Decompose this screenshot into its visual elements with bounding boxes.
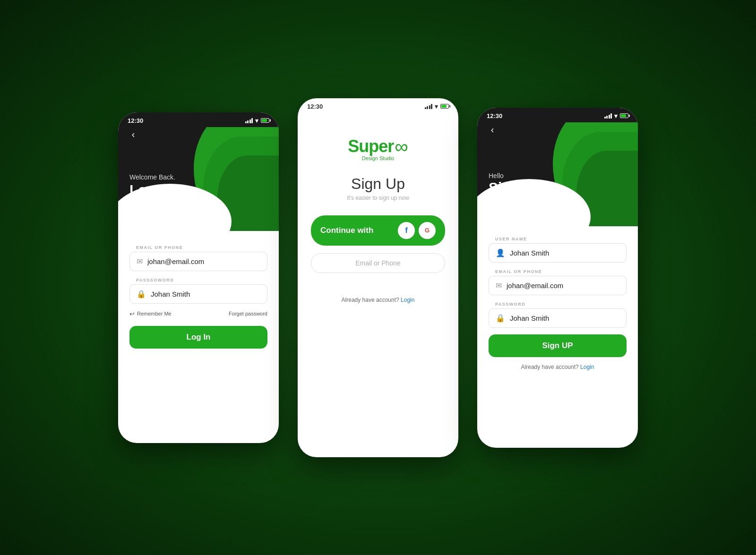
battery-icon-center: [440, 104, 449, 109]
login-link-center[interactable]: Login: [401, 297, 414, 303]
right-header-text: Hello Sign Up!: [489, 172, 547, 196]
login-button[interactable]: Log In: [129, 326, 267, 349]
facebook-icon[interactable]: f: [398, 222, 415, 239]
status-bar-right: 12:30 ▾: [477, 108, 638, 122]
already-text-right: Already have account?: [521, 364, 579, 370]
username-label-right: USER NAME: [489, 237, 627, 241]
time-left: 12:30: [128, 117, 143, 124]
email-label-left: EMAIL OR PHONE: [129, 245, 267, 250]
continue-label: Continue with: [320, 226, 373, 235]
left-subtitle: Welcome Back.: [129, 173, 177, 181]
login-link-right[interactable]: Login: [580, 364, 594, 370]
google-icon[interactable]: G: [419, 222, 436, 239]
signal-icon-left: [245, 118, 253, 123]
right-header: ‹ Hello Sign Up!: [477, 122, 638, 226]
password-group-right: PASSWORD 🔒 Johan Smith: [489, 302, 627, 328]
forget-password-left[interactable]: Forget password: [229, 311, 267, 316]
envelope-icon-right: ✉: [496, 281, 502, 290]
signup-button-right[interactable]: Sign UP: [489, 334, 627, 357]
signal-icon-center: [425, 103, 433, 109]
battery-icon-right: [620, 113, 628, 118]
signup-title-center: Sign Up: [298, 175, 458, 193]
email-group-right: EMAIL OR PHONE ✉ johan@email.com: [489, 269, 627, 295]
status-bar-left: 12:30 ▾: [118, 112, 279, 127]
right-title: Sign Up!: [489, 179, 547, 196]
password-value-right: Johan Smith: [510, 314, 549, 322]
password-field-left[interactable]: 🔒 Johan Smith: [129, 284, 267, 304]
status-icons-center: ▾: [425, 103, 449, 110]
email-value-left: johan@email.com: [147, 257, 204, 265]
continue-with-button[interactable]: Continue with f G: [311, 215, 445, 246]
email-group-left: EMAIL OR PHONE ✉ johan@email.com: [129, 245, 267, 271]
signup-subtitle-center: It's easier to sign up now: [298, 195, 458, 201]
email-label-right: EMAIL OR PHONE: [489, 269, 627, 274]
wifi-icon-center: ▾: [435, 103, 438, 110]
status-icons-left: ▾: [245, 117, 270, 124]
time-right: 12:30: [487, 112, 502, 120]
time-center: 12:30: [307, 103, 323, 110]
username-field-right[interactable]: 👤 Johan Smith: [489, 243, 627, 263]
remember-row-left: ↩ Remember Me Forget password: [129, 310, 267, 317]
password-value-left: Johan Smith: [151, 290, 190, 298]
back-button-left[interactable]: ‹: [126, 127, 141, 142]
right-phone: 12:30 ▾ ‹ Hello Sign Up!: [477, 108, 638, 448]
left-phone: 12:30 ▾ ‹ Welcome Back. Log In!: [118, 112, 279, 443]
left-header: ‹ Welcome Back. Log In!: [118, 127, 279, 231]
signal-icon-right: [604, 113, 612, 119]
back-button-right[interactable]: ‹: [485, 122, 500, 137]
social-icons-group: f G: [398, 222, 436, 239]
already-account-right: Already have account? Login: [489, 364, 627, 370]
left-title: Log In!: [129, 182, 177, 198]
status-bar-center: 12:30 ▾: [298, 98, 458, 113]
already-text-center: Already have account?: [342, 297, 399, 303]
password-label-right: PASSWORD: [489, 302, 627, 307]
wifi-icon-right: ▾: [614, 112, 618, 120]
remember-me-left[interactable]: ↩ Remember Me: [129, 310, 172, 317]
remember-icon-left: ↩: [129, 310, 135, 317]
email-phone-input-center[interactable]: Email or Phone: [311, 253, 445, 273]
password-field-right[interactable]: 🔒 Johan Smith: [489, 308, 627, 328]
username-value-right: Johan Smith: [510, 249, 549, 257]
person-icon-right: 👤: [496, 248, 505, 257]
center-phone: 12:30 ▾ Super ∞ Design Studio Sign Up: [298, 98, 458, 457]
right-subtitle: Hello: [489, 172, 547, 179]
center-body: Continue with f G Email or Phone: [298, 215, 458, 287]
battery-icon-left: [261, 118, 269, 123]
lock-icon-left: 🔒: [137, 290, 146, 299]
status-icons-right: ▾: [604, 112, 629, 120]
email-field-left[interactable]: ✉ johan@email.com: [129, 252, 267, 271]
left-body: EMAIL OR PHONE ✉ johan@email.com PASSSOW…: [118, 231, 279, 358]
logo-swish: ∞: [395, 137, 408, 156]
email-field-right[interactable]: ✉ johan@email.com: [489, 276, 627, 295]
envelope-icon-left: ✉: [137, 257, 143, 266]
password-group-left: PASSSOWORD 🔒 Johan Smith: [129, 278, 267, 304]
left-header-text: Welcome Back. Log In!: [129, 173, 177, 198]
email-value-right: johan@email.com: [507, 282, 563, 290]
center-signup-text: Sign Up It's easier to sign up now: [298, 175, 458, 201]
remember-label-left: Remember Me: [137, 311, 172, 316]
logo-text-super: Super: [348, 137, 394, 156]
password-label-left: PASSSOWORD: [129, 278, 267, 282]
center-logo-area: Super ∞ Design Studio: [298, 113, 458, 175]
username-group-right: USER NAME 👤 Johan Smith: [489, 237, 627, 263]
already-account-center: Already have account? Login: [298, 287, 458, 313]
right-body: USER NAME 👤 Johan Smith EMAIL OR PHONE ✉…: [477, 226, 638, 380]
wifi-icon-left: ▾: [255, 117, 258, 124]
lock-icon-right: 🔒: [496, 314, 505, 323]
